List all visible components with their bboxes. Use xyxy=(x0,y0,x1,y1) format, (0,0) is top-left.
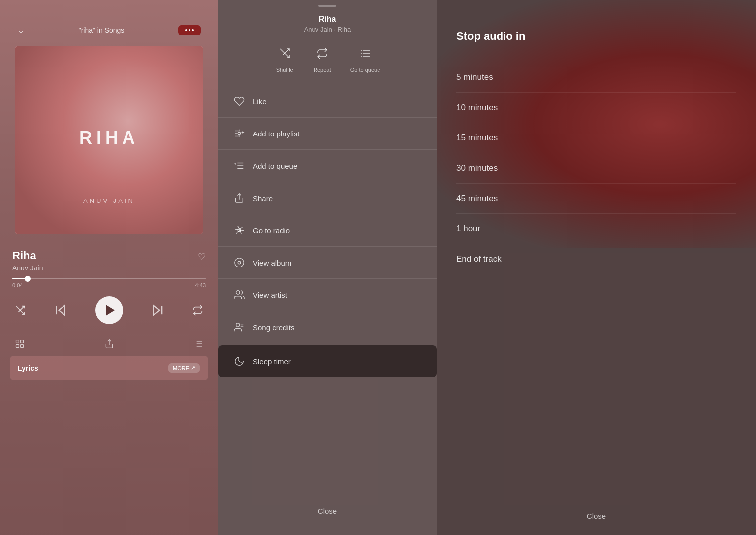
song-name: Riha xyxy=(12,249,43,262)
previous-button[interactable] xyxy=(54,303,67,317)
like-icon xyxy=(233,95,245,107)
queue-icon xyxy=(355,43,375,63)
timer-30min[interactable]: 30 minutes xyxy=(456,153,736,184)
expand-icon: ↗ xyxy=(191,365,195,371)
go-to-radio-label: Go to radio xyxy=(253,226,290,235)
play-button[interactable] xyxy=(95,296,123,324)
more-label: MORE xyxy=(173,365,189,371)
artist-name: Anuv Jain xyxy=(12,264,43,272)
timer-1hour[interactable]: 1 hour xyxy=(456,214,736,244)
share-label: Share xyxy=(253,194,273,202)
timer-5min-label: 5 minutes xyxy=(456,72,493,82)
view-album-icon xyxy=(233,257,245,268)
like-label: Like xyxy=(253,97,267,106)
add-to-playlist-item[interactable]: Add to playlist xyxy=(218,118,437,149)
timer-panel: Stop audio in 5 minutes 10 minutes 15 mi… xyxy=(437,0,756,535)
add-to-queue-label: Add to queue xyxy=(253,162,297,170)
lyrics-label: Lyrics xyxy=(18,364,38,372)
share-item[interactable]: Share xyxy=(218,182,437,214)
queue-action-label: Go to queue xyxy=(350,67,380,73)
timer-options: 5 minutes 10 minutes 15 minutes 30 minut… xyxy=(437,58,756,502)
timer-5min[interactable]: 5 minutes xyxy=(456,63,736,93)
search-context-label: "riha" in Songs xyxy=(79,26,125,34)
song-credits-label: Song credits xyxy=(253,323,294,332)
timer-15min-label: 15 minutes xyxy=(456,133,498,142)
progress-bar[interactable] xyxy=(12,278,206,279)
album-artist-overlay: ANUV JAIN xyxy=(15,197,203,204)
share-button[interactable] xyxy=(104,339,114,351)
queue-button[interactable] xyxy=(193,339,203,351)
svg-rect-22 xyxy=(361,50,362,51)
progress-thumb xyxy=(25,276,31,282)
song-credits-item[interactable]: Song credits xyxy=(218,311,437,343)
repeat-action[interactable]: Repeat xyxy=(313,43,332,73)
timer-1hour-label: 1 hour xyxy=(456,224,480,233)
view-album-label: View album xyxy=(253,259,291,267)
progress-times: 0:04 -4:43 xyxy=(12,282,206,288)
drag-handle xyxy=(318,5,336,7)
svg-rect-7 xyxy=(21,340,24,343)
timer-30min-label: 30 minutes xyxy=(456,163,498,173)
go-to-radio-item[interactable]: Go to radio xyxy=(218,214,437,246)
shuffle-action[interactable]: Shuffle xyxy=(275,43,295,73)
svg-point-40 xyxy=(236,291,240,294)
timer-title: Stop audio in xyxy=(456,30,736,43)
time-remaining: -4:43 xyxy=(193,282,206,288)
add-to-queue-item[interactable]: Add to queue xyxy=(218,150,437,182)
timer-15min[interactable]: 15 minutes xyxy=(456,123,736,153)
collapse-button[interactable]: ⌄ xyxy=(17,25,25,36)
timer-header: Stop audio in xyxy=(437,0,756,58)
timer-45min[interactable]: 45 minutes xyxy=(456,184,736,214)
view-artist-label: View artist xyxy=(253,291,287,299)
svg-rect-9 xyxy=(21,345,24,348)
repeat-button[interactable] xyxy=(192,305,203,316)
connect-button[interactable] xyxy=(15,339,25,351)
add-to-playlist-label: Add to playlist xyxy=(253,130,299,138)
menu-song-title: Riha xyxy=(319,15,336,24)
time-current: 0:04 xyxy=(12,282,23,288)
shuffle-icon xyxy=(275,43,295,63)
view-artist-item[interactable]: View artist xyxy=(218,279,437,311)
menu-song-subtitle: Anuv Jain · Riha xyxy=(304,26,351,33)
sleep-timer-icon xyxy=(233,355,245,367)
queue-action[interactable]: Go to queue xyxy=(350,43,380,73)
player-panel: ⌄ "riha" in Songs RIHA ANUV JAIN Riha An… xyxy=(0,0,218,535)
shuffle-button[interactable] xyxy=(15,305,26,316)
player-header: ⌄ "riha" in Songs xyxy=(10,0,208,46)
sleep-timer-label: Sleep timer xyxy=(253,357,291,366)
like-button[interactable]: ♡ xyxy=(198,251,206,262)
svg-marker-4 xyxy=(154,306,160,315)
player-info: Riha Anuv Jain ♡ xyxy=(10,249,208,272)
menu-actions-row: Shuffle Repeat Go to queue xyxy=(275,43,380,73)
timer-10min-label: 10 minutes xyxy=(456,103,498,112)
lyrics-bar[interactable]: Lyrics MORE ↗ xyxy=(10,356,208,380)
repeat-action-label: Repeat xyxy=(314,67,331,73)
timer-end-of-track-label: End of track xyxy=(456,254,502,264)
view-album-item[interactable]: View album xyxy=(218,247,437,278)
menu-close-button[interactable]: Close xyxy=(218,497,437,525)
svg-point-25 xyxy=(238,132,241,135)
shuffle-action-label: Shuffle xyxy=(276,67,293,73)
album-title-overlay: RIHA xyxy=(79,128,139,148)
share-icon xyxy=(233,192,245,204)
song-menu-panel: Riha Anuv Jain · Riha Shuffle Repeat xyxy=(218,0,437,535)
add-to-queue-icon xyxy=(233,160,245,172)
radio-icon xyxy=(233,224,245,236)
timer-close-button[interactable]: Close xyxy=(437,502,756,535)
divider-8 xyxy=(218,343,437,343)
song-credits-icon xyxy=(233,321,245,333)
svg-rect-23 xyxy=(361,53,362,54)
svg-point-41 xyxy=(236,323,240,327)
album-art: RIHA ANUV JAIN xyxy=(15,46,203,234)
svg-point-39 xyxy=(238,261,241,264)
timer-end-of-track[interactable]: End of track xyxy=(456,244,736,274)
more-pill[interactable]: MORE ↗ xyxy=(168,363,200,373)
more-options-button[interactable] xyxy=(178,25,201,35)
playback-controls xyxy=(10,291,208,329)
play-icon xyxy=(106,305,115,316)
like-menu-item[interactable]: Like xyxy=(218,85,437,117)
sleep-timer-item[interactable]: Sleep timer xyxy=(218,345,437,377)
timer-10min[interactable]: 10 minutes xyxy=(456,93,736,123)
repeat-icon xyxy=(313,43,332,63)
next-button[interactable] xyxy=(151,303,165,317)
